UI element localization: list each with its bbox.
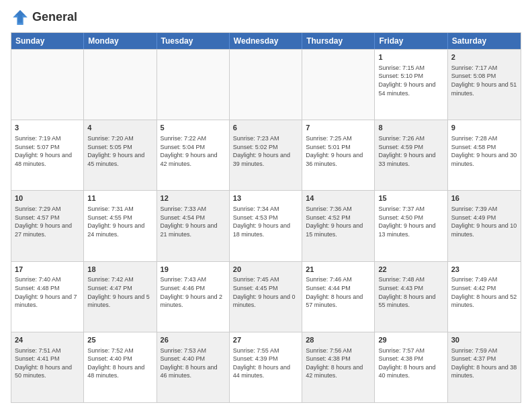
cell-info-line: Sunrise: 7:40 AM (15, 275, 80, 284)
cell-info-line: Daylight: 9 hours and 42 minutes. (161, 151, 226, 168)
cell-info-line: Sunset: 4:40 PM (87, 355, 152, 363)
cell-info-line: Sunrise: 7:22 AM (161, 134, 226, 143)
cell-info-line: Sunrise: 7:17 AM (451, 64, 517, 73)
day-number: 22 (378, 265, 443, 275)
cell-info-line: Daylight: 9 hours and 45 minutes. (87, 151, 152, 168)
cell-info-line: Sunrise: 7:36 AM (306, 205, 371, 214)
cell-info-line: Daylight: 9 hours and 7 minutes. (15, 293, 80, 310)
cell-info-line: Sunrise: 7:49 AM (451, 275, 517, 284)
cell-info-line: Sunset: 5:10 PM (378, 72, 443, 81)
cell-info-line: Daylight: 8 hours and 52 minutes. (451, 293, 517, 310)
day-number: 15 (378, 193, 443, 203)
calendar-cell-r1-c1: 4Sunrise: 7:20 AMSunset: 5:05 PMDaylight… (84, 120, 157, 190)
calendar-cell-r0-c3 (230, 50, 302, 120)
day-number: 9 (451, 123, 517, 133)
cell-info-line: Sunrise: 7:56 AM (306, 347, 371, 355)
weekday-header-friday: Friday (375, 33, 447, 49)
calendar-cell-r2-c0: 10Sunrise: 7:29 AMSunset: 4:57 PMDayligh… (11, 191, 84, 261)
header: General (11, 8, 521, 27)
cell-info-line: Daylight: 9 hours and 27 minutes. (15, 222, 80, 238)
cell-info-line: Sunset: 4:54 PM (161, 214, 226, 222)
cell-info-line: Sunset: 4:48 PM (15, 284, 80, 293)
cell-info-line: Sunrise: 7:37 AM (378, 205, 443, 214)
cell-info-line: Daylight: 9 hours and 33 minutes. (378, 151, 443, 168)
day-number: 23 (451, 265, 517, 275)
cell-info-line: Sunset: 4:39 PM (233, 355, 298, 363)
calendar-header: SundayMondayTuesdayWednesdayThursdayFrid… (11, 33, 521, 49)
day-number: 12 (161, 193, 226, 203)
calendar-cell-r2-c1: 11Sunrise: 7:31 AMSunset: 4:55 PMDayligh… (84, 191, 157, 261)
day-number: 16 (451, 193, 517, 203)
page: General SundayMondayTuesdayWednesdayThur… (0, 0, 532, 411)
cell-info-line: Sunset: 4:53 PM (233, 214, 298, 222)
logo-brand: General (32, 11, 77, 24)
calendar-row-2: 10Sunrise: 7:29 AMSunset: 4:57 PMDayligh… (11, 190, 521, 261)
cell-info-line: Sunset: 5:01 PM (306, 143, 371, 152)
cell-info-line: Sunrise: 7:55 AM (233, 347, 298, 355)
day-number: 10 (15, 193, 80, 203)
day-number: 13 (233, 193, 298, 203)
cell-info-line: Daylight: 9 hours and 39 minutes. (233, 151, 298, 168)
cell-info-line: Sunrise: 7:25 AM (306, 134, 371, 143)
day-number: 28 (306, 335, 371, 345)
cell-info-line: Sunset: 5:07 PM (15, 143, 80, 152)
calendar-cell-r0-c2 (157, 50, 230, 120)
weekday-header-sunday: Sunday (11, 33, 84, 49)
calendar-cell-r1-c6: 9Sunrise: 7:28 AMSunset: 4:58 PMDaylight… (448, 120, 521, 190)
cell-info-line: Sunrise: 7:23 AM (233, 134, 298, 143)
cell-info-line: Sunrise: 7:20 AM (87, 134, 152, 143)
calendar-row-4: 24Sunrise: 7:51 AMSunset: 4:41 PMDayligh… (11, 332, 521, 402)
calendar-cell-r4-c2: 26Sunrise: 7:53 AMSunset: 4:40 PMDayligh… (157, 332, 230, 402)
calendar-cell-r0-c1 (84, 50, 157, 120)
cell-info-line: Sunset: 4:58 PM (451, 143, 517, 152)
cell-info-line: Daylight: 9 hours and 48 minutes. (15, 151, 80, 168)
calendar-cell-r2-c6: 16Sunrise: 7:39 AMSunset: 4:49 PMDayligh… (448, 191, 521, 261)
calendar-cell-r1-c0: 3Sunrise: 7:19 AMSunset: 5:07 PMDaylight… (11, 120, 84, 190)
cell-info-line: Sunrise: 7:29 AM (15, 205, 80, 214)
calendar-cell-r3-c3: 20Sunrise: 7:45 AMSunset: 4:45 PMDayligh… (230, 262, 302, 332)
cell-info-line: Daylight: 9 hours and 0 minutes. (233, 293, 298, 310)
calendar-cell-r3-c5: 22Sunrise: 7:48 AMSunset: 4:43 PMDayligh… (375, 262, 447, 332)
cell-info-line: Sunrise: 7:45 AM (233, 275, 298, 284)
cell-info-line: Sunset: 4:47 PM (87, 284, 152, 293)
calendar-cell-r3-c1: 18Sunrise: 7:42 AMSunset: 4:47 PMDayligh… (84, 262, 157, 332)
day-number: 8 (378, 123, 443, 133)
cell-info-line: Sunset: 4:37 PM (451, 355, 517, 363)
calendar-cell-r4-c3: 27Sunrise: 7:55 AMSunset: 4:39 PMDayligh… (230, 332, 302, 402)
cell-info-line: Daylight: 9 hours and 18 minutes. (233, 222, 298, 238)
cell-info-line: Sunrise: 7:33 AM (161, 205, 226, 214)
cell-info-line: Sunset: 5:02 PM (233, 143, 298, 152)
day-number: 21 (306, 265, 371, 275)
day-number: 30 (451, 335, 517, 345)
cell-info-line: Sunrise: 7:52 AM (87, 347, 152, 355)
cell-info-line: Sunrise: 7:26 AM (378, 134, 443, 143)
cell-info-line: Daylight: 8 hours and 46 minutes. (161, 363, 226, 380)
cell-info-line: Daylight: 9 hours and 21 minutes. (161, 222, 226, 238)
calendar-cell-r0-c5: 1Sunrise: 7:15 AMSunset: 5:10 PMDaylight… (375, 50, 447, 120)
calendar-cell-r2-c3: 13Sunrise: 7:34 AMSunset: 4:53 PMDayligh… (230, 191, 302, 261)
cell-info-line: Daylight: 9 hours and 24 minutes. (87, 222, 152, 238)
cell-info-line: Sunrise: 7:59 AM (451, 347, 517, 355)
calendar-cell-r1-c5: 8Sunrise: 7:26 AMSunset: 4:59 PMDaylight… (375, 120, 447, 190)
calendar-cell-r3-c0: 17Sunrise: 7:40 AMSunset: 4:48 PMDayligh… (11, 262, 84, 332)
cell-info-line: Daylight: 9 hours and 13 minutes. (378, 222, 443, 238)
calendar-row-1: 3Sunrise: 7:19 AMSunset: 5:07 PMDaylight… (11, 120, 521, 190)
cell-info-line: Sunset: 4:38 PM (378, 355, 443, 363)
cell-info-line: Daylight: 9 hours and 10 minutes. (451, 222, 517, 238)
weekday-header-saturday: Saturday (448, 33, 521, 49)
logo-icon (11, 8, 30, 27)
calendar-cell-r4-c6: 30Sunrise: 7:59 AMSunset: 4:37 PMDayligh… (448, 332, 521, 402)
cell-info-line: Daylight: 8 hours and 48 minutes. (87, 363, 152, 380)
calendar-cell-r2-c2: 12Sunrise: 7:33 AMSunset: 4:54 PMDayligh… (157, 191, 230, 261)
cell-info-line: Sunset: 5:05 PM (87, 143, 152, 152)
day-number: 2 (451, 52, 517, 62)
cell-info-line: Daylight: 9 hours and 5 minutes. (87, 293, 152, 310)
cell-info-line: Sunrise: 7:34 AM (233, 205, 298, 214)
day-number: 19 (161, 265, 226, 275)
day-number: 11 (87, 193, 152, 203)
calendar-cell-r2-c4: 14Sunrise: 7:36 AMSunset: 4:52 PMDayligh… (302, 191, 375, 261)
cell-info-line: Sunset: 4:44 PM (306, 284, 371, 293)
cell-info-line: Daylight: 8 hours and 55 minutes. (378, 293, 443, 310)
calendar-row-3: 17Sunrise: 7:40 AMSunset: 4:48 PMDayligh… (11, 261, 521, 332)
cell-info-line: Daylight: 9 hours and 36 minutes. (306, 151, 371, 168)
